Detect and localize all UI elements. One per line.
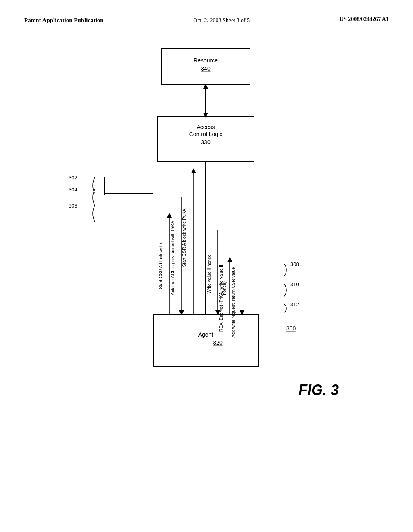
num300: 300: [286, 325, 296, 332]
resource-number: 340: [201, 65, 211, 72]
date-sheet: Oct. 2, 2008 Sheet 3 of 5: [193, 17, 250, 23]
label308: RSA_Encrypt (PrKA, write value II: [219, 265, 223, 332]
patent-number: US 2008/0244267 A1: [340, 16, 389, 22]
header: Patent Application Publication Oct. 2, 2…: [24, 16, 389, 25]
agent-number: 320: [213, 339, 223, 346]
arrow302-head: [191, 168, 196, 173]
label310: Ack write request, return CSR value: [231, 267, 236, 338]
bracket310: [284, 284, 286, 296]
arrow308-head: [227, 257, 232, 262]
header-left: Patent Application Publication: [24, 16, 104, 25]
num302: 302: [69, 175, 77, 181]
label306: Start CSR A block write: [158, 243, 163, 289]
acl-label-2: Control Logic: [189, 131, 223, 137]
fig-label: FIG. 3: [298, 382, 339, 398]
bracket306: [93, 206, 95, 222]
num308: 308: [290, 261, 299, 267]
label308b: nonce): [222, 281, 227, 295]
num310: 310: [290, 281, 299, 287]
num304: 304: [69, 187, 77, 193]
num306: 306: [69, 203, 77, 209]
header-right: US 2008/0244267 A1: [340, 16, 389, 23]
agent-label: Agent: [198, 331, 213, 338]
bracket304: [93, 189, 95, 206]
bracket308: [284, 264, 286, 276]
resource-label: Resource: [194, 57, 218, 64]
bracket312: [284, 304, 286, 312]
diagram-svg: Resource 340 Access Control Logic 330 Ag…: [24, 40, 389, 508]
publication-title: Patent Application Publication: [24, 17, 104, 23]
label304: Ack that ACL is provisioned with PrKA: [170, 220, 175, 295]
label-wv: Write value II nonce: [206, 254, 211, 293]
agent-box: [153, 314, 258, 367]
num312: 312: [290, 301, 299, 308]
acl-number: 330: [201, 139, 211, 145]
label302: Start CSR A block write PuKA: [181, 208, 186, 267]
page: Patent Application Publication Oct. 2, 2…: [0, 0, 413, 532]
header-center: Oct. 2, 2008 Sheet 3 of 5: [193, 16, 250, 25]
acl-label-1: Access: [196, 124, 215, 130]
arrow306-head: [167, 213, 172, 218]
